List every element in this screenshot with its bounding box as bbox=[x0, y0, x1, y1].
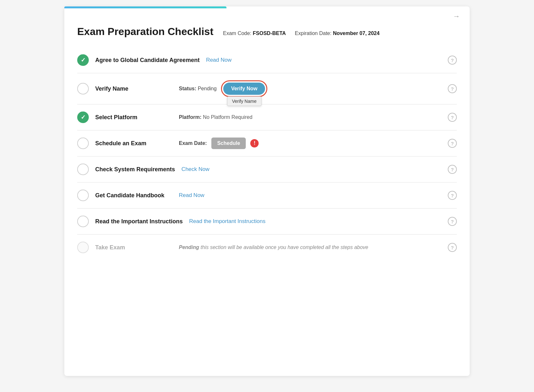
check-circle-handbook bbox=[77, 190, 89, 201]
check-circle-check-requirements bbox=[77, 164, 89, 175]
warning-icon: ! bbox=[250, 139, 259, 147]
verify-name-status-label: Status: Pending bbox=[179, 86, 216, 92]
item-content-check-requirements: Check Now bbox=[181, 166, 441, 173]
item-content-schedule-exam: Exam Date: Schedule ! bbox=[179, 138, 441, 149]
item-content-verify-name: Status: Pending Verify Now Verify Name bbox=[179, 80, 441, 97]
item-content-instructions: Read the Important Instructions bbox=[189, 218, 441, 225]
check-circle-instructions bbox=[77, 216, 89, 227]
check-now-link[interactable]: Check Now bbox=[181, 166, 209, 173]
check-circle-agree bbox=[77, 54, 89, 66]
checklist-row-take-exam: Take Exam Pending this section will be a… bbox=[77, 235, 457, 260]
platform-text: Platform: No Platform Required bbox=[179, 114, 253, 120]
verify-now-button[interactable]: Verify Now bbox=[223, 83, 265, 95]
checklist-row-agree: Agree to Global Candidate Agreement Read… bbox=[77, 47, 457, 73]
header-meta: Exam Code: FSOSD-BETA Expiration Date: N… bbox=[223, 31, 380, 36]
help-icon-handbook[interactable]: ? bbox=[448, 191, 457, 200]
exam-code: Exam Code: FSOSD-BETA bbox=[223, 31, 286, 36]
item-content-agree: Read Now bbox=[206, 57, 441, 63]
take-exam-pending-text: Pending this section will be available o… bbox=[179, 245, 368, 250]
checklist: Agree to Global Candidate Agreement Read… bbox=[77, 47, 457, 260]
help-icon-verify-name[interactable]: ? bbox=[448, 84, 457, 93]
schedule-button[interactable]: Schedule bbox=[211, 138, 246, 149]
help-icon-schedule-exam[interactable]: ? bbox=[448, 139, 457, 148]
item-label-instructions: Read the Important Instructions bbox=[95, 218, 183, 225]
item-label-verify-name: Verify Name bbox=[95, 85, 172, 92]
check-circle-verify-name bbox=[77, 83, 89, 94]
item-content-handbook: Read Now bbox=[179, 192, 441, 199]
help-icon-instructions[interactable]: ? bbox=[448, 217, 457, 226]
check-circle-schedule-exam bbox=[77, 138, 89, 149]
help-icon-agree[interactable]: ? bbox=[448, 56, 457, 65]
item-label-take-exam: Take Exam bbox=[95, 244, 172, 251]
read-instructions-link[interactable]: Read the Important Instructions bbox=[189, 218, 265, 225]
help-icon-check-requirements[interactable]: ? bbox=[448, 165, 457, 174]
page-container: → Exam Preparation Checklist Exam Code: … bbox=[64, 6, 470, 376]
verify-now-highlight: Verify Now bbox=[221, 80, 267, 97]
check-circle-select-platform bbox=[77, 111, 89, 123]
item-label-handbook: Get Candidate Handbook bbox=[95, 192, 172, 199]
item-content-take-exam: Pending this section will be available o… bbox=[179, 245, 441, 250]
progress-bar bbox=[64, 6, 226, 8]
checklist-row-select-platform: Select Platform Platform: No Platform Re… bbox=[77, 104, 457, 130]
checklist-row-instructions: Read the Important Instructions Read the… bbox=[77, 209, 457, 235]
item-content-select-platform: Platform: No Platform Required bbox=[179, 114, 441, 120]
help-icon-take-exam[interactable]: ? bbox=[448, 243, 457, 252]
item-label-select-platform: Select Platform bbox=[95, 114, 172, 121]
page-header: Exam Preparation Checklist Exam Code: FS… bbox=[77, 26, 457, 38]
checklist-row-schedule-exam: Schedule an Exam Exam Date: Schedule ! ? bbox=[77, 130, 457, 156]
read-now-link-handbook[interactable]: Read Now bbox=[179, 192, 204, 199]
help-icon-select-platform[interactable]: ? bbox=[448, 113, 457, 122]
item-label-schedule-exam: Schedule an Exam bbox=[95, 140, 172, 147]
exam-date-label: Exam Date: bbox=[179, 140, 207, 146]
expiration-date: Expiration Date: November 07, 2024 bbox=[295, 31, 380, 36]
check-circle-take-exam bbox=[77, 242, 89, 253]
nav-arrow[interactable]: → bbox=[453, 12, 460, 21]
checklist-row-handbook: Get Candidate Handbook Read Now ? bbox=[77, 183, 457, 209]
checklist-row-verify-name: Verify Name Status: Pending Verify Now V… bbox=[77, 73, 457, 104]
verify-now-wrapper: Verify Now Verify Name bbox=[221, 80, 267, 97]
item-label-agree: Agree to Global Candidate Agreement bbox=[95, 57, 199, 64]
page-title: Exam Preparation Checklist bbox=[77, 26, 213, 38]
verify-name-tooltip: Verify Name bbox=[227, 96, 261, 106]
read-now-link-agree[interactable]: Read Now bbox=[206, 57, 231, 63]
item-label-check-requirements: Check System Requirements bbox=[95, 166, 175, 173]
checklist-row-check-requirements: Check System Requirements Check Now ? bbox=[77, 156, 457, 183]
